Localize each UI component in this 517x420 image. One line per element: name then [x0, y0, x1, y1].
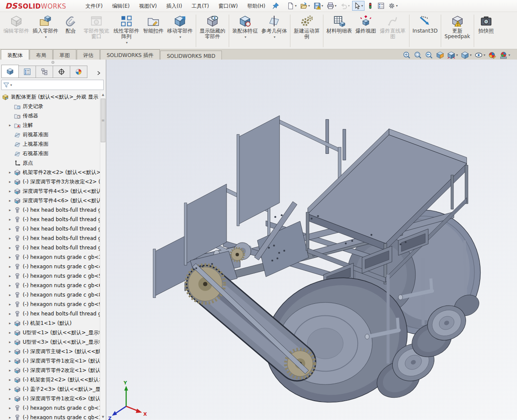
tree-expand-arrow-icon[interactable]: ▸ [9, 321, 14, 325]
menu-item[interactable]: 视图(V) [134, 0, 162, 12]
select-cursor-button[interactable]: ▾ [352, 1, 365, 11]
assembly-features-button[interactable]: 装配体特征▾ [230, 13, 260, 49]
tree-item[interactable]: ▸U型管<3> (默认<<默认>_显示状 [0, 337, 100, 347]
previous-view-button[interactable] [425, 51, 433, 59]
tree-item[interactable]: ▸A注解 [0, 120, 100, 130]
dropdown-arrow-icon[interactable]: ▾ [322, 4, 323, 8]
mate-button[interactable]: 配合 [60, 13, 81, 49]
tree-item[interactable]: 上视基准面 [0, 139, 100, 149]
tree-expand-arrow-icon[interactable]: ▸ [9, 368, 14, 372]
menu-item[interactable]: 帮助(H) [242, 0, 270, 12]
tree-item[interactable]: ▸(-) 深度调节零件3方块改定<2> (默 [0, 177, 100, 186]
featuremanager-tab[interactable] [1, 65, 19, 78]
tree-item[interactable]: ▸(-) hexagon nuts grade c gb<10 [0, 403, 100, 413]
tree-item[interactable]: 前视基准面 [0, 130, 100, 139]
tree-expand-arrow-icon[interactable]: ▸ [9, 349, 14, 354]
tree-expand-arrow-icon[interactable]: ▸ [9, 255, 14, 259]
tree-item[interactable]: ▸(-) 机架套筒2<2> (默认<<默认>_ [0, 375, 100, 384]
tree-expand-arrow-icon[interactable]: ▸ [9, 236, 14, 240]
exploded-view-button[interactable]: 爆炸视图 [354, 13, 378, 49]
dropdown-arrow-icon[interactable]: ▾ [456, 53, 458, 57]
print-button[interactable]: ▾ [326, 1, 338, 11]
tree-expand-arrow-icon[interactable]: ▸ [9, 123, 14, 127]
tree-item[interactable]: ▸(-) 深度调节零件1改定<1> (默认< [0, 356, 100, 366]
dropdown-arrow-icon[interactable]: ▾ [295, 4, 297, 8]
scrollbar-thumb[interactable]: ≡ [101, 99, 105, 142]
show-hidden-button[interactable]: 显示隐藏的零部件 [197, 13, 227, 49]
dropdown-arrow-icon[interactable]: ▾ [335, 4, 337, 8]
tree-scrollbar[interactable]: ▲ ≡ ▼ [100, 91, 106, 420]
tree-item[interactable]: ▸(-) hexagon nuts grade c gb<3 [0, 252, 100, 262]
instant3d-button[interactable]: Instant3D [411, 13, 439, 49]
tree-expand-arrow-icon[interactable]: ▸ [9, 387, 14, 391]
display-style-button[interactable]: ▾ [461, 51, 472, 59]
tree-item[interactable]: ▸(-) hex head bolts-full thread gr [0, 234, 100, 243]
snapshot-button[interactable]: 拍快照 [475, 13, 497, 49]
tree-item[interactable]: ▸深度调节零件4<5> (默认<<默认> [0, 186, 100, 196]
smart-fasteners-button[interactable]: 智能扣件 [141, 13, 165, 49]
panel-expand-arrow[interactable] [94, 68, 103, 78]
displaymanager-tab[interactable] [70, 66, 87, 78]
tree-expand-arrow-icon[interactable]: ▸ [9, 340, 14, 344]
tree-item[interactable]: ▸(-) 深度调节零件1改定<6> (默认< [0, 394, 100, 403]
tree-item[interactable]: 历史记录 [0, 102, 100, 111]
configurationmanager-tab[interactable] [36, 66, 53, 78]
tree-item[interactable]: ▸(-) hexagon nuts grade c gb<8 [0, 290, 100, 300]
tree-expand-arrow-icon[interactable]: ▸ [9, 274, 14, 278]
tree-item[interactable]: 传感器 [0, 111, 100, 120]
tree-item[interactable]: ▸(-) 盖子2<3> (默认<<默认>_显示 [0, 384, 100, 394]
dropdown-arrow-icon[interactable]: ▾ [362, 4, 363, 8]
file-properties-button[interactable] [376, 1, 386, 11]
edit-component-button[interactable]: 编辑零部件 [2, 13, 31, 49]
tree-item[interactable]: ▸(-) hexagon nuts grade c gb<9 [0, 300, 100, 309]
tree-expand-arrow-icon[interactable]: ▸ [9, 198, 14, 203]
hide-show-items-button[interactable]: ▾ [475, 51, 485, 59]
settings-gear-button[interactable]: ▾ [387, 1, 399, 11]
zoom-to-fit-button[interactable] [403, 51, 411, 59]
tree-item[interactable]: ▸(-) hex head bolts-full thread gr [0, 205, 100, 215]
edit-appearance-button[interactable] [488, 51, 496, 59]
dropdown-arrow-icon[interactable]: ▾ [470, 53, 472, 57]
dropdown-arrow-icon[interactable]: ▾ [126, 40, 128, 45]
menu-item[interactable]: 插入(I) [161, 0, 187, 12]
pushpin-icon[interactable] [272, 2, 279, 9]
tree-item[interactable]: 装配体更新 (默认<<默认>_外观 显示 [0, 92, 100, 102]
dropdown-arrow-icon[interactable]: ▾ [245, 34, 246, 40]
dropdown-arrow-icon[interactable]: ▾ [348, 4, 350, 8]
open-button[interactable]: ▾ [299, 1, 311, 11]
bom-button[interactable]: 材料明细表 [325, 13, 354, 49]
dimxpertmanager-tab[interactable] [53, 66, 70, 78]
tree-item[interactable]: ▸U型管<1> (默认<<默认>_显示状 [0, 328, 100, 337]
tree-item[interactable]: ▸(-) hexagon nuts grade c gb<6 [0, 281, 100, 290]
tree-expand-arrow-icon[interactable]: ▸ [9, 227, 14, 231]
tree-expand-arrow-icon[interactable]: ▸ [9, 406, 14, 410]
tree-item[interactable]: ▸(-) hexagon nuts grade c gb<5 [0, 271, 100, 281]
undo-button[interactable]: ▾ [339, 1, 351, 11]
tree-item[interactable]: ▸(-) hexagon nuts grade c gb<11 [0, 413, 100, 420]
tree-item[interactable]: ▸(-) hex head bolts-full thread gr [0, 309, 100, 318]
graphics-viewport[interactable]: Y X Z [106, 60, 517, 420]
tree-item[interactable]: ▸(-) hex head bolts-full thread gr [0, 224, 100, 234]
tree-item[interactable]: ▸(-) 深度调节主键<1> (默认<<默 [0, 347, 100, 356]
tab-草图[interactable]: 草图 [53, 49, 76, 61]
tree-item[interactable]: ▸深度调节零件4<6> (默认<<默认> [0, 196, 100, 205]
tree-item[interactable]: 右视基准面 [0, 149, 100, 158]
tree-expand-arrow-icon[interactable]: ▸ [9, 246, 14, 250]
tree-expand-arrow-icon[interactable]: ▸ [9, 396, 14, 401]
tree-expand-arrow-icon[interactable]: ▸ [9, 302, 14, 306]
tree-expand-arrow-icon[interactable]: ▸ [9, 330, 14, 335]
rebuild-button[interactable] [365, 1, 375, 11]
menu-item[interactable]: 工具(T) [187, 0, 214, 12]
dropdown-arrow-icon[interactable]: ▾ [396, 4, 398, 8]
menu-item[interactable]: 编辑(E) [108, 0, 134, 12]
dropdown-arrow-icon[interactable]: ▾ [308, 4, 310, 8]
save-button[interactable]: ▾ [312, 1, 325, 11]
filter-funnel-icon[interactable] [3, 82, 9, 88]
linear-pattern-button[interactable]: 线性零部件阵列▾ [111, 13, 141, 49]
update-speedpak-button[interactable]: 更新 Speedpak [442, 13, 472, 49]
tree-item[interactable]: ▸机架零件2改<2> (默认<<默认>_ [0, 168, 100, 177]
tree-expand-arrow-icon[interactable]: ▸ [9, 359, 14, 363]
dropdown-arrow-icon[interactable]: ▾ [274, 34, 275, 40]
tree-item[interactable]: ▸(-) 机架1<1> (默认) [0, 318, 100, 328]
tree-item[interactable]: ▸(-) hexagon nuts grade c gb<4 [0, 262, 100, 271]
